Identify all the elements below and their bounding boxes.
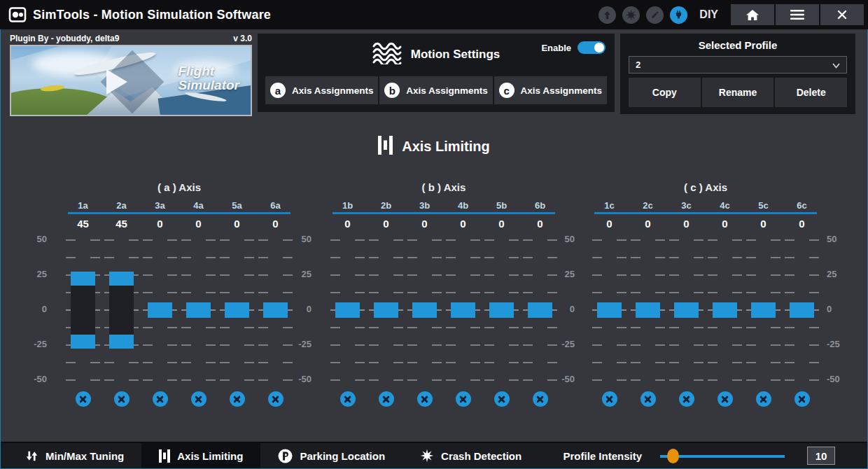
axis-reset-button-4c[interactable] [718, 391, 733, 407]
axis-assignments-button-a[interactable]: aAxis Assignments [265, 76, 378, 104]
slider-handle[interactable] [597, 302, 622, 318]
slider-handle-bottom[interactable] [109, 335, 134, 349]
tick-mark [746, 239, 756, 241]
scale-label: -50 [34, 374, 47, 385]
tab-crash-detection[interactable]: Crash Detection [402, 443, 539, 468]
axis-reset-button-3b[interactable] [417, 391, 433, 407]
axis-slider-2b[interactable] [367, 233, 405, 387]
slider-handle-bottom[interactable] [71, 335, 95, 349]
scale-label: 50 [37, 234, 47, 245]
axis-group-b: ( b ) Axis1b2b3b4b5b6b000000 [328, 181, 559, 407]
axis-reset-button-5c[interactable] [756, 391, 771, 407]
tick-mark [167, 257, 177, 258]
axis-slider-6a[interactable] [256, 233, 295, 387]
scale-label: 25 [302, 269, 312, 280]
axis-reset-button-6c[interactable] [794, 391, 810, 407]
axis-reset-button-3c[interactable] [679, 391, 694, 407]
delete-button[interactable]: Delete [775, 78, 847, 107]
slider-handle[interactable] [186, 302, 211, 318]
axis-slider-1c[interactable] [590, 233, 629, 387]
slider-handle-top[interactable] [71, 272, 95, 286]
slider-handle[interactable] [451, 302, 475, 318]
tick-mark [104, 362, 114, 363]
close-button[interactable] [820, 4, 864, 25]
slider-handle[interactable] [636, 302, 660, 318]
tab-parking-location[interactable]: Parking Location [260, 443, 402, 468]
axis-reset-button-2a[interactable] [114, 391, 130, 407]
axis-slider-4a[interactable] [179, 233, 218, 387]
slider-handle[interactable] [335, 302, 360, 318]
slider-handle[interactable] [713, 302, 737, 318]
axis-slider-5b[interactable] [482, 233, 521, 387]
axis-slider-3c[interactable] [667, 233, 706, 387]
axis-slider-3b[interactable] [405, 233, 444, 387]
axis-reset-button-6b[interactable] [533, 391, 548, 407]
tick-mark [330, 257, 340, 258]
up-arrow-icon[interactable] [598, 6, 616, 24]
slider-handle[interactable] [225, 302, 249, 318]
axis-slider-2c[interactable] [629, 233, 667, 387]
axis-reset-button-1c[interactable] [602, 391, 617, 407]
axis-slider-6b[interactable] [521, 233, 559, 387]
rename-button[interactable]: Rename [702, 78, 774, 107]
slider-handle[interactable] [148, 302, 172, 318]
tick-mark [547, 379, 557, 381]
axis-values: 000000 [590, 218, 821, 230]
slider-knob[interactable] [667, 449, 679, 463]
tab-min-max-tuning[interactable]: Min/Max Tuning [8, 443, 141, 468]
axis-assignments-button-b[interactable]: bAxis Assignments [379, 76, 492, 104]
profile-dropdown[interactable]: 2 [629, 56, 847, 74]
axis-column-label: 4b [444, 200, 482, 211]
slider-handle[interactable] [489, 302, 514, 318]
axis-reset-button-3a[interactable] [153, 391, 168, 407]
tick-mark [484, 239, 494, 241]
slider-handle[interactable] [674, 302, 699, 318]
axis-slider-3a[interactable] [141, 233, 179, 387]
starburst-icon[interactable] [622, 6, 640, 24]
axis-reset-button-4a[interactable] [191, 391, 206, 407]
axis-reset-button-1a[interactable] [76, 391, 91, 407]
axis-reset-button-5a[interactable] [230, 391, 245, 407]
tick-mark [809, 362, 819, 363]
axis-slider-6c[interactable] [783, 233, 821, 387]
axis-value: 0 [521, 218, 559, 230]
tick-mark [631, 274, 640, 276]
tick-mark [694, 379, 704, 381]
copy-button[interactable]: Copy [629, 78, 701, 107]
play-icon[interactable] [106, 69, 127, 94]
pencil-icon[interactable] [646, 6, 664, 24]
tick-mark [509, 379, 519, 381]
slider-handle[interactable] [374, 302, 398, 318]
axis-slider-1b[interactable] [328, 233, 367, 387]
axis-reset-button-5b[interactable] [494, 391, 510, 407]
slider-handle[interactable] [528, 302, 552, 318]
slider-handle[interactable] [790, 302, 814, 318]
axis-assignments-button-c[interactable]: cAxis Assignments [494, 76, 607, 104]
axis-reset-button-4b[interactable] [456, 391, 471, 407]
profile-intensity-slider[interactable] [660, 448, 785, 464]
tick-mark [369, 379, 379, 381]
axis-slider-5a[interactable] [218, 233, 256, 387]
axis-reset-button-2b[interactable] [379, 391, 394, 407]
menu-button[interactable] [776, 4, 819, 25]
axis-slider-1a[interactable] [64, 233, 102, 387]
slider-handle[interactable] [412, 302, 437, 318]
tab-axis-limiting[interactable]: Axis Limiting [141, 443, 260, 468]
home-button[interactable] [731, 4, 774, 25]
axis-slider-5c[interactable] [744, 233, 783, 387]
axis-slider-4c[interactable] [706, 233, 744, 387]
axis-slider-2a[interactable] [102, 233, 141, 387]
axis-reset-button-6a[interactable] [268, 391, 284, 407]
power-plug-icon[interactable] [670, 6, 687, 24]
tick-mark [732, 292, 742, 293]
axis-reset-button-2c[interactable] [640, 391, 656, 407]
slider-handle-top[interactable] [109, 272, 134, 286]
tick-mark [523, 362, 533, 363]
slider-handle[interactable] [751, 302, 776, 318]
tick-mark [143, 362, 153, 363]
slider-handle[interactable] [263, 302, 288, 318]
plugin-video-thumbnail[interactable]: Flight Simulator [10, 45, 252, 116]
enable-toggle[interactable] [578, 41, 606, 54]
axis-slider-4b[interactable] [444, 233, 482, 387]
axis-reset-button-1b[interactable] [340, 391, 356, 407]
